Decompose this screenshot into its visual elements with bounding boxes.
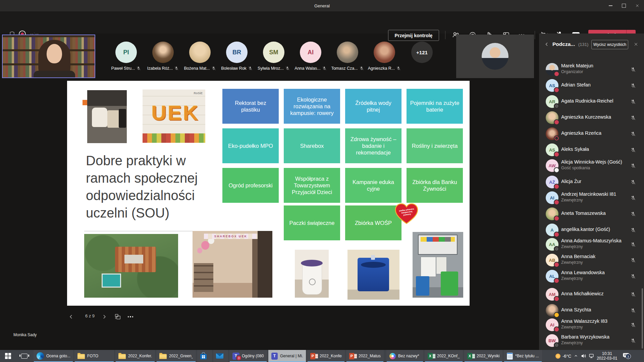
participant-name: Anna Walas... <box>294 66 320 71</box>
slide-title: Dobre praktyki w ramach społecznej odpow… <box>86 152 220 222</box>
participant-row[interactable]: A angelika.kantor (Gość) <box>539 222 644 238</box>
avatar: AM <box>546 288 558 301</box>
mute-all-button[interactable]: Wycisz wszystkich <box>591 40 628 49</box>
taskbar-button-folder[interactable]: 2022_Konfer... <box>115 350 155 362</box>
bag-shape <box>92 108 107 127</box>
sun-icon[interactable] <box>555 354 560 359</box>
participant-row[interactable]: AI Anna Walaszczyk I83 Zewnętrzny <box>539 317 644 333</box>
panel-back-button[interactable] <box>542 38 552 50</box>
maximize-button[interactable] <box>617 0 631 11</box>
avatar-photo[interactable] <box>189 42 211 63</box>
taskbar-button-powerpoint[interactable]: 2022_Konfer... <box>307 350 345 362</box>
participant-row[interactable]: Aneta Tomaszewska <box>539 206 644 222</box>
participant-row[interactable]: AI Andrzej Marcinkowski I81 Zewnętrzny <box>539 190 644 206</box>
folder-icon <box>118 354 126 359</box>
avatar-photo[interactable] <box>337 42 358 63</box>
participant-row[interactable]: Agnieszka Kurczewska <box>539 110 644 126</box>
taskbar-button-mail[interactable] <box>213 350 228 362</box>
task-view-icon <box>21 354 28 359</box>
windows-logo-icon <box>5 353 8 356</box>
participant-row[interactable]: AM Anna Michałkiewicz <box>539 286 644 302</box>
start-button[interactable] <box>0 350 16 362</box>
presenter-avatar <box>482 43 508 70</box>
avatar-initials[interactable]: AI <box>300 42 321 63</box>
close-icon <box>633 42 639 47</box>
participant-row[interactable]: AL Anna Lewandowska Zewnętrzny <box>539 268 644 284</box>
taskbar-button-store[interactable] <box>197 350 212 362</box>
panel-close-button[interactable] <box>631 38 641 50</box>
task-view-button[interactable] <box>16 350 32 362</box>
taskbar-button-teams[interactable]: 3Ogólny (080... <box>229 350 267 362</box>
taskbar-button-excel[interactable]: 2022_Wyniki... <box>464 350 502 362</box>
slide-tile: Źródełka wody pitnej <box>345 89 401 124</box>
action-center-button[interactable]: 3 <box>622 352 630 360</box>
tray-expand-icon[interactable] <box>573 353 579 359</box>
scrollbar-thumb[interactable] <box>642 288 643 349</box>
taskbar-button-edge[interactable]: Ocena goto... <box>34 350 73 362</box>
status-dnd-icon <box>554 246 559 252</box>
participant-role: Zewnętrzny <box>561 325 583 329</box>
title-bar: General <box>0 0 644 11</box>
shared-slide: RoSiE UEK Dobre praktyki w ramach społec… <box>67 81 470 306</box>
slide-overview-button[interactable] <box>112 311 123 323</box>
taskbar-button-paint3d[interactable]: Bez nazwy* ... <box>386 350 423 362</box>
photo-trunk-bags <box>87 90 127 143</box>
taskbar-button-notepad[interactable]: *Bez tytułu ... <box>504 350 542 362</box>
participant-name: Aneta Tomaszewska <box>561 210 606 216</box>
participant-row[interactable]: AS Aleks Sykała <box>539 142 644 158</box>
avatar: AW <box>546 159 558 172</box>
presenter-video-tile[interactable] <box>456 35 534 78</box>
taskbar-button-teams-active[interactable]: General | Mi... <box>268 350 306 362</box>
take-control-button[interactable]: Przejmij kontrolę <box>388 30 439 41</box>
participant-row[interactable]: AS Adrian Stefan <box>539 77 644 94</box>
mic-off-icon <box>630 163 636 169</box>
taskbar-button-powerpoint[interactable]: 2022_Matusi... <box>346 350 384 362</box>
slide-page-indicator: 6 z 9 <box>80 313 99 318</box>
avatar-photo[interactable] <box>374 42 395 63</box>
participant-row[interactable]: AR Agata Rudnicka-Reichel <box>539 94 644 110</box>
self-video-tile[interactable] <box>2 35 95 78</box>
participant-name: Alicja Winnicka-Wejs (Gość) <box>561 159 622 165</box>
avatar: AB <box>546 254 558 266</box>
avatar-initials[interactable]: SM <box>263 42 284 63</box>
participant-row[interactable]: Anna Szychta <box>539 302 644 318</box>
avatar: AS <box>546 79 558 92</box>
participant-row[interactable]: AW Alicja Winnicka-Wejs (Gość) Gość spot… <box>539 158 644 174</box>
slide-tile: Zbiórka WOŚP <box>345 205 401 240</box>
chevron-left-icon <box>68 313 74 320</box>
participant-row[interactable]: AA Anna Adamus-Matuszyńska Zewnętrzny <box>539 236 644 252</box>
participant-name: Anna Szychta <box>561 307 591 312</box>
taskbar-clock[interactable]: 10:31 2022-03-01 <box>597 351 617 361</box>
network-icon[interactable] <box>589 353 595 359</box>
speaker-icon[interactable] <box>581 353 587 359</box>
status-dnd-icon <box>554 342 559 348</box>
close-window-button[interactable] <box>631 0 644 11</box>
participant-row[interactable]: AŻ Alicja Żur <box>539 174 644 190</box>
participant-row[interactable]: AB Anna Bernaciak Zewnętrzny <box>539 252 644 268</box>
prev-slide-button[interactable] <box>66 311 76 323</box>
temperature-label[interactable]: -6°C <box>562 354 571 359</box>
taskbar-button-folder[interactable]: 2022_Green_... <box>156 350 196 362</box>
minimize-button[interactable] <box>604 0 617 11</box>
edge-icon <box>37 352 44 360</box>
slide-tile: Paczki świąteczne <box>284 205 340 240</box>
sports-court-shape <box>102 274 121 288</box>
participant-role: Zewnętrzny <box>561 260 583 265</box>
photo-recycling-bins <box>413 232 463 298</box>
slide-more-button[interactable] <box>125 311 136 323</box>
next-slide-button[interactable] <box>99 311 109 323</box>
participant-row[interactable]: Agnieszka Rzeńca <box>539 126 644 142</box>
taskbar-button-folder[interactable]: FOTO <box>74 350 114 362</box>
avatar-photo[interactable] <box>152 42 174 63</box>
participant-row[interactable]: Marek Matejun Organizator <box>539 61 644 77</box>
taskbar-button-excel[interactable]: 2022_KOnf_S... <box>425 350 463 362</box>
participant-name: Agnieszka R... <box>368 66 395 71</box>
overflow-count-avatar[interactable]: +121 <box>411 42 433 63</box>
participant-row[interactable]: BW Barbara Wyrzykowska Zewnętrzny <box>539 333 644 349</box>
participant-role: Zewnętrzny <box>561 341 583 345</box>
windows-taskbar: Ocena goto... FOTO 2022_Konfer... 2022_G… <box>0 350 644 362</box>
powerpoint-icon <box>349 353 354 359</box>
panel-title: Podcza... <box>552 41 575 47</box>
avatar-initials[interactable]: BR <box>226 42 248 63</box>
avatar-initials[interactable]: PI <box>115 42 137 63</box>
